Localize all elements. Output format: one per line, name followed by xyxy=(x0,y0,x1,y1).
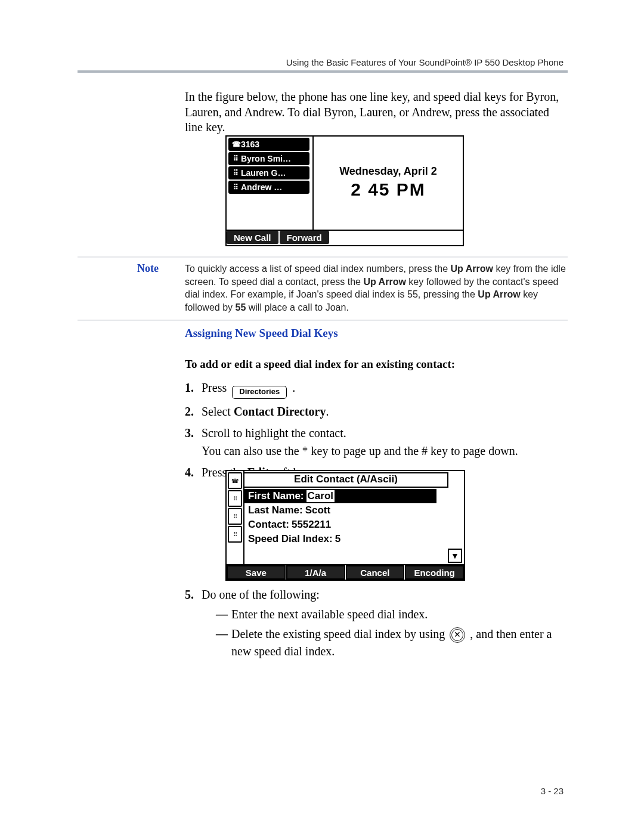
field-value: 5552211 xyxy=(292,519,331,531)
step-2: 2. Select Contact Directory. xyxy=(185,402,566,420)
grid-icon: ⠿ xyxy=(232,169,239,177)
grid-icon: ⠿ xyxy=(232,183,239,191)
speed-dial-lauren[interactable]: ⠿ Lauren G… xyxy=(228,166,309,179)
note-label: Note xyxy=(78,262,185,314)
delete-key-icon: ✕ xyxy=(450,627,465,643)
edit-title: Edit Contact (A/Ascii) xyxy=(243,472,448,488)
page-number: 3 - 23 xyxy=(541,786,564,796)
header-rule xyxy=(78,70,568,73)
field-value: 5 xyxy=(335,533,340,545)
idle-screen-figure: ☎ 3163 ⠿ Byron Smi… ⠿ Lauren G… ⠿ Andrew… xyxy=(225,135,464,246)
intro-paragraph: In the figure below, the phone has one l… xyxy=(185,89,566,135)
line-key-column: ☎ 3163 ⠿ Byron Smi… ⠿ Lauren G… ⠿ Andrew… xyxy=(227,137,311,194)
step-text: Do one of the following: xyxy=(202,586,566,603)
softkey-mode[interactable]: 1/A/a xyxy=(286,565,345,580)
grid-icon: ⠿ xyxy=(232,154,239,163)
field-first-name[interactable]: First Name: Carol xyxy=(244,489,436,503)
softkey-encoding[interactable]: Encoding xyxy=(405,565,464,580)
softkey-cancel[interactable]: Cancel xyxy=(346,565,405,580)
line-key-label: Andrew … xyxy=(241,182,282,192)
running-header: Using the Basic Features of Your SoundPo… xyxy=(286,57,564,67)
softkey-new-call[interactable]: New Call xyxy=(227,231,278,244)
note-text: To quickly access a list of speed dial i… xyxy=(185,262,568,314)
idle-main-area: Wednesday, April 2 2 45 PM xyxy=(314,137,463,231)
step-number: 1. xyxy=(185,379,202,399)
step-text: Select xyxy=(202,405,234,418)
edit-softkey-bar: Save 1/A/a Cancel Encoding xyxy=(227,564,464,580)
steps-list: 1. Press Directories . 2. Select Contact… xyxy=(185,379,566,485)
step-text: Scroll to highlight the contact. xyxy=(202,426,346,439)
step-text: . xyxy=(292,381,295,394)
step-bold: Contact Directory xyxy=(234,405,326,418)
grid-icon: ⠿ xyxy=(228,526,242,543)
note-block: Note To quickly access a list of speed d… xyxy=(78,256,568,321)
edit-contact-figure: ☎ ⠿ ⠿ ⠿ Edit Contact (A/Ascii) First Nam… xyxy=(225,470,465,581)
step-5: 5. Do one of the following: — Enter the … xyxy=(185,586,566,660)
phone-icon: ☎ xyxy=(228,472,242,489)
step-subtext: You can also use the * key to page up an… xyxy=(202,444,518,457)
line-key-label: Lauren G… xyxy=(241,168,286,178)
procedure-lead: To add or edit a speed dial index for an… xyxy=(185,358,566,371)
field-speed-dial-index[interactable]: Speed Dial Index: 5 xyxy=(244,532,447,546)
phone-icon: ☎ xyxy=(232,140,239,148)
grid-icon: ⠿ xyxy=(228,490,242,507)
step-number: 2. xyxy=(185,402,202,420)
option-text: Delete the existing speed dial index by … xyxy=(231,625,566,660)
section-title: Assigning New Speed Dial Keys xyxy=(185,327,566,340)
idle-date: Wednesday, April 2 xyxy=(314,165,463,178)
speed-dial-andrew[interactable]: ⠿ Andrew … xyxy=(228,181,309,194)
field-value[interactable]: Carol xyxy=(306,490,335,502)
step-number: 4. xyxy=(185,463,202,481)
softkey-save[interactable]: Save xyxy=(227,565,286,580)
option-text: Enter the next available speed dial inde… xyxy=(231,606,566,623)
step-text: Press xyxy=(202,381,230,394)
scroll-down-icon[interactable]: ▼ xyxy=(448,549,462,563)
field-label: Contact: xyxy=(248,519,289,531)
step-text: . xyxy=(326,405,329,418)
step-number: 5. xyxy=(185,586,202,603)
grid-icon: ⠿ xyxy=(228,508,242,525)
step-3: 3. Scroll to highlight the contact. You … xyxy=(185,424,566,460)
idle-time: 2 45 PM xyxy=(314,179,463,200)
step-5-option-b: — Delete the existing speed dial index b… xyxy=(216,625,566,660)
softkey-forward[interactable]: Forward xyxy=(280,231,329,244)
field-label: Speed Dial Index: xyxy=(248,533,333,545)
step-5-option-a: — Enter the next available speed dial in… xyxy=(216,606,566,623)
softkey-bar: New Call Forward xyxy=(227,230,463,245)
side-icon-column: ☎ ⠿ ⠿ ⠿ xyxy=(227,471,244,565)
field-value: Scott xyxy=(305,504,331,516)
dash-bullet: — xyxy=(216,625,231,660)
directories-button[interactable]: Directories xyxy=(232,386,287,399)
line-key-label: 3163 xyxy=(241,140,259,149)
step-1: 1. Press Directories . xyxy=(185,379,566,399)
dash-bullet: — xyxy=(216,606,231,623)
field-label: First Name: xyxy=(248,490,304,502)
edit-field-list: First Name: Carol Last Name: Scott Conta… xyxy=(244,488,447,564)
field-label: Last Name: xyxy=(248,504,303,516)
speed-dial-byron[interactable]: ⠿ Byron Smi… xyxy=(228,152,309,165)
field-last-name[interactable]: Last Name: Scott xyxy=(244,503,447,518)
line-key-label: Byron Smi… xyxy=(241,154,291,163)
step-number: 3. xyxy=(185,424,202,460)
line-key-3163[interactable]: ☎ 3163 xyxy=(228,138,309,151)
field-contact[interactable]: Contact: 5552211 xyxy=(244,518,447,532)
